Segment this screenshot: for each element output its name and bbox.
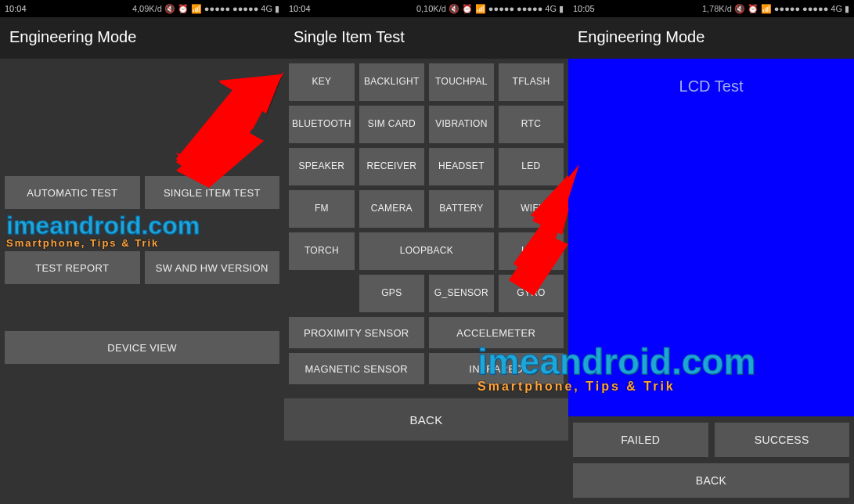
status-bar: 10:04 4,09K/d 🔇 ⏰ 📶 ●●●●● ●●●●● 4G ▮ (0, 0, 284, 17)
lcd-test-label: LCD Test (679, 77, 744, 95)
test-infrared[interactable]: INFRARED (429, 353, 564, 384)
test-speaker[interactable]: SPEAKER (289, 148, 355, 185)
lcd-test-area[interactable]: LCD Test (568, 59, 854, 416)
battery-icon: ▮ (559, 4, 564, 14)
success-button[interactable]: SUCCESS (715, 423, 850, 457)
device-view-button[interactable]: DEVICE VIEW (5, 331, 279, 364)
test-loopback[interactable]: LOOPBACK (359, 232, 494, 270)
test-headset[interactable]: HEADSET (429, 148, 494, 185)
single-item-test-button[interactable]: SINGLE ITEM TEST (145, 176, 280, 209)
test-backlight[interactable]: BACKLIGHT (359, 63, 424, 101)
test-led[interactable]: LED (499, 148, 564, 185)
status-bar: 10:04 0,10K/d 🔇 ⏰ 📶 ●●●●● ●●●●● 4G ▮ (284, 0, 568, 17)
signal-dots-1: ●●●●● (774, 4, 800, 13)
net-type: 4G (545, 4, 557, 13)
test-wifi[interactable]: WIFI (499, 190, 564, 228)
test-camera[interactable]: CAMERA (359, 190, 424, 228)
alarm-icon: ⏰ (462, 4, 473, 14)
silent-icon: 🔇 (734, 4, 745, 14)
test-gyro[interactable]: GYRO (499, 275, 564, 312)
alarm-icon: ⏰ (748, 4, 759, 14)
test-vibration[interactable]: VIBRATION (429, 106, 494, 143)
test-receiver[interactable]: RECEIVER (359, 148, 424, 185)
test-accelerometer[interactable]: ACCELEMETER (429, 317, 564, 348)
signal-dots-2: ●●●●● (517, 4, 542, 13)
test-grid: KEY BACKLIGHT TOUCHPAL TFLASH BLUETOOTH … (284, 59, 568, 317)
silent-icon: 🔇 (449, 4, 459, 14)
wifi-icon: 📶 (761, 4, 772, 14)
test-proximity[interactable]: PROXIMITY SENSOR (289, 317, 424, 348)
test-simcard[interactable]: SIM CARD (359, 106, 424, 143)
net-speed: 0,10K/d (416, 4, 446, 13)
test-key[interactable]: KEY (289, 63, 355, 101)
screen1-body: AUTOMATIC TEST SINGLE ITEM TEST TEST REP… (0, 59, 284, 504)
test-tflash[interactable]: TFLASH (499, 63, 564, 101)
page-title: Engineering Mode (0, 17, 284, 59)
signal-dots-1: ●●●●● (204, 4, 230, 13)
phone-screen-2: 10:04 0,10K/d 🔇 ⏰ 📶 ●●●●● ●●●●● 4G ▮ Sin… (284, 0, 568, 504)
clock: 10:05 (573, 4, 595, 13)
test-gsensor[interactable]: G_SENSOR (429, 275, 494, 312)
net-speed: 1,78K/d (702, 4, 732, 13)
net-type: 4G (261, 4, 272, 13)
wifi-icon: 📶 (475, 4, 486, 14)
net-type: 4G (831, 4, 842, 13)
phone-screen-3: 10:05 1,78K/d 🔇 ⏰ 📶 ●●●●● ●●●●● 4G ▮ Eng… (568, 0, 854, 504)
test-bluetooth[interactable]: BLUETOOTH (289, 106, 355, 143)
page-title: Engineering Mode (568, 17, 854, 59)
alarm-icon: ⏰ (178, 4, 189, 14)
net-speed: 4,09K/d (132, 4, 162, 13)
test-fm[interactable]: FM (289, 190, 355, 228)
clock: 10:04 (289, 4, 311, 13)
silent-icon: 🔇 (164, 4, 175, 14)
automatic-test-button[interactable]: AUTOMATIC TEST (5, 176, 140, 209)
signal-dots-2: ●●●●● (802, 4, 828, 13)
page-title: Single Item Test (284, 17, 568, 59)
phone-screen-1: 10:04 4,09K/d 🔇 ⏰ 📶 ●●●●● ●●●●● 4G ▮ Eng… (0, 0, 284, 504)
signal-dots-2: ●●●●● (232, 4, 258, 13)
test-battery[interactable]: BATTERY (429, 190, 494, 228)
test-rtc[interactable]: RTC (499, 106, 564, 143)
battery-icon: ▮ (275, 4, 279, 14)
failed-button[interactable]: FAILED (573, 423, 708, 457)
test-gps[interactable]: GPS (359, 275, 424, 312)
back-button[interactable]: BACK (573, 463, 849, 498)
wifi-icon: 📶 (191, 4, 202, 14)
battery-icon: ▮ (845, 4, 849, 14)
status-bar: 10:05 1,78K/d 🔇 ⏰ 📶 ●●●●● ●●●●● 4G ▮ (568, 0, 854, 17)
test-lcd[interactable]: LCD (499, 232, 564, 270)
test-touchpal[interactable]: TOUCHPAL (429, 63, 494, 101)
test-torch[interactable]: TORCH (289, 232, 355, 270)
clock: 10:04 (5, 4, 27, 13)
back-button[interactable]: BACK (284, 398, 568, 441)
test-magnetic[interactable]: MAGNETIC SENSOR (289, 353, 424, 384)
sw-hw-version-button[interactable]: SW AND HW VERSION (145, 251, 280, 284)
test-report-button[interactable]: TEST REPORT (5, 251, 140, 284)
signal-dots-1: ●●●●● (488, 4, 514, 13)
